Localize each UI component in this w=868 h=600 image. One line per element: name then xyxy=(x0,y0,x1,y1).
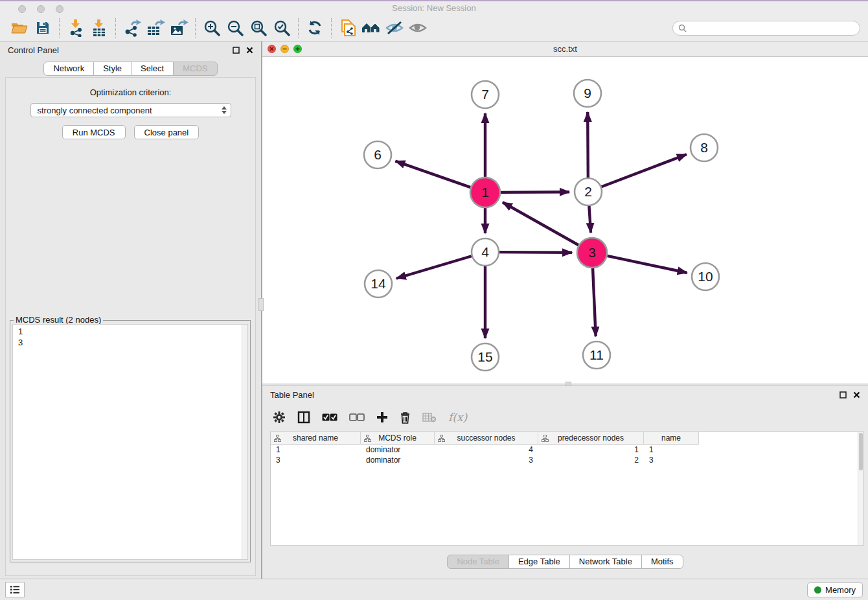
float-panel-icon[interactable] xyxy=(233,47,240,54)
save-session-icon[interactable] xyxy=(31,17,54,38)
graph-edge-2-8[interactable] xyxy=(602,154,687,187)
table-row-1[interactable]: 3dominator323 xyxy=(271,455,863,465)
import-table-icon[interactable] xyxy=(87,17,111,38)
zoom-window-icon[interactable] xyxy=(56,5,63,13)
close-panel-icon[interactable] xyxy=(246,47,253,54)
graph-node-label-3: 3 xyxy=(588,245,596,260)
tab-network[interactable]: Network xyxy=(43,62,94,76)
network-graph: 7968124314101511 xyxy=(262,57,868,384)
network-close-icon[interactable] xyxy=(268,45,276,53)
refresh-icon[interactable] xyxy=(303,17,326,38)
function-builder-icon: f(x) xyxy=(448,411,467,424)
graph-edge-2-3[interactable] xyxy=(589,206,591,233)
graph-edge-3-1[interactable] xyxy=(503,202,578,245)
column-header-shared-name[interactable]: shared name xyxy=(271,432,361,444)
node-table-body: 1dominator4113dominator323 xyxy=(271,444,863,465)
minimize-window-icon[interactable] xyxy=(37,5,45,13)
table-cell[interactable]: dominator xyxy=(361,455,435,465)
table-cell[interactable]: 3 xyxy=(644,455,699,465)
graph-edge-4-3[interactable] xyxy=(499,252,572,253)
delete-column-icon[interactable] xyxy=(400,411,411,424)
tab-edge-table[interactable]: Edge Table xyxy=(508,555,570,569)
column-header-mcds-role[interactable]: MCDS role xyxy=(361,432,435,444)
table-scrollbar[interactable] xyxy=(858,432,863,545)
table-cell[interactable]: 1 xyxy=(271,444,361,455)
mcds-result-list[interactable]: 1 3 xyxy=(12,324,248,560)
column-label: MCDS role xyxy=(378,433,417,443)
splitter-grip[interactable] xyxy=(258,298,264,311)
tab-style[interactable]: Style xyxy=(93,62,131,76)
shared-column-icon xyxy=(438,435,445,442)
memory-button[interactable]: Memory xyxy=(807,583,863,597)
table-cell[interactable]: 1 xyxy=(538,444,644,455)
tab-motifs[interactable]: Motifs xyxy=(641,555,683,569)
network-and-table-area: scc.txt 7968124314101511 Table Panel xyxy=(262,41,868,579)
unselect-all-columns-icon[interactable] xyxy=(349,413,365,422)
close-panel-button[interactable]: Close panel xyxy=(134,125,200,139)
export-table-icon[interactable] xyxy=(144,17,167,38)
table-cell[interactable]: 2 xyxy=(538,455,644,465)
network-minimize-icon[interactable] xyxy=(280,45,289,53)
control-panel-tabs: NetworkStyleSelectMCDS xyxy=(0,62,261,76)
network-canvas[interactable]: 7968124314101511 xyxy=(262,57,868,384)
close-window-icon[interactable] xyxy=(18,5,26,13)
zoom-selected-icon[interactable] xyxy=(270,17,293,38)
export-network-icon[interactable] xyxy=(120,17,144,38)
result-scrollbar[interactable] xyxy=(242,325,247,559)
float-panel-icon[interactable] xyxy=(839,391,847,398)
table-cell[interactable]: 3 xyxy=(271,455,361,465)
tab-select[interactable]: Select xyxy=(131,62,174,76)
select-stepper-icon xyxy=(222,106,227,114)
select-all-columns-icon[interactable] xyxy=(322,413,337,422)
graph-edge-4-14[interactable] xyxy=(396,256,472,278)
shared-column-icon xyxy=(542,435,549,442)
mcds-result-group: MCDS result (2 nodes) 1 3 xyxy=(10,320,251,562)
delete-table-icon xyxy=(422,412,437,422)
export-image-icon[interactable] xyxy=(167,17,190,38)
search-field[interactable] xyxy=(672,21,860,36)
criterion-value: strongly connected component xyxy=(38,106,152,115)
tab-mcds[interactable]: MCDS xyxy=(173,62,217,76)
import-network-icon[interactable] xyxy=(64,17,87,38)
show-all-icon[interactable] xyxy=(406,17,429,38)
close-panel-icon[interactable] xyxy=(853,391,860,398)
graph-edge-1-2[interactable] xyxy=(501,192,569,192)
graph-edge-3-11[interactable] xyxy=(593,268,596,336)
zoom-in-icon[interactable] xyxy=(200,17,223,38)
table-cell[interactable]: 3 xyxy=(435,455,538,465)
show-columns-icon[interactable] xyxy=(297,411,310,424)
graph-edge-2-9[interactable] xyxy=(588,112,588,178)
tab-network-table[interactable]: Network Table xyxy=(569,555,642,569)
table-row-0[interactable]: 1dominator411 xyxy=(271,444,863,455)
hide-selected-icon[interactable] xyxy=(383,17,406,38)
splitter-grip[interactable] xyxy=(565,382,571,386)
zoom-out-icon[interactable] xyxy=(223,17,247,38)
first-neighbors-icon[interactable] xyxy=(360,17,383,38)
run-mcds-button[interactable]: Run MCDS xyxy=(62,125,126,139)
column-header-name[interactable]: name xyxy=(644,432,699,444)
task-list-icon xyxy=(10,585,20,594)
criterion-select[interactable]: strongly connected component xyxy=(30,103,231,117)
zoom-fit-icon[interactable] xyxy=(247,17,270,38)
network-from-selection-icon[interactable] xyxy=(336,17,360,38)
graph-node-label-8: 8 xyxy=(700,140,708,155)
tab-node-table[interactable]: Node Table xyxy=(447,555,509,569)
node-table[interactable]: shared nameMCDS rolesuccessor nodesprede… xyxy=(270,432,864,546)
table-cell[interactable]: 4 xyxy=(435,444,538,455)
gear-icon[interactable] xyxy=(273,411,286,424)
graph-edge-1-6[interactable] xyxy=(395,161,470,188)
search-input[interactable] xyxy=(690,23,860,32)
table-cell[interactable]: dominator xyxy=(361,444,435,455)
mcds-result-title: MCDS result (2 nodes) xyxy=(14,315,103,325)
column-header-predecessor-nodes[interactable]: predecessor nodes xyxy=(538,432,644,444)
table-cell[interactable]: 1 xyxy=(644,444,699,455)
open-session-icon[interactable] xyxy=(8,17,31,38)
graph-node-label-11: 11 xyxy=(589,347,604,362)
task-history-button[interactable] xyxy=(5,582,25,597)
column-header-successor-nodes[interactable]: successor nodes xyxy=(435,432,538,444)
network-maximize-icon[interactable] xyxy=(293,45,302,53)
graph-edge-3-10[interactable] xyxy=(607,256,687,273)
create-column-icon[interactable] xyxy=(376,411,388,423)
optimization-label: Optimization criterion: xyxy=(6,87,255,97)
graph-node-label-4: 4 xyxy=(481,244,489,259)
